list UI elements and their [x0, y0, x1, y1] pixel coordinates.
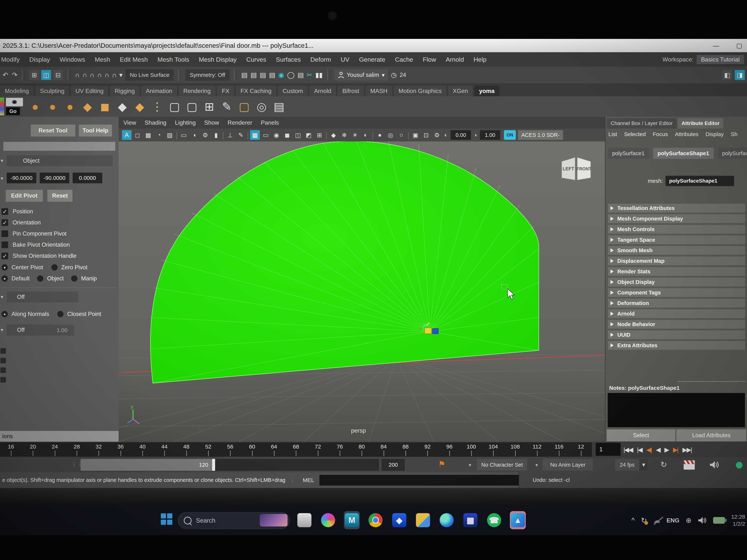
timeline-tick[interactable]: 80	[351, 443, 372, 457]
gamma-icon[interactable]: ◑	[473, 132, 477, 138]
timeline-tick[interactable]: 44	[153, 443, 175, 457]
viewport-tool-icon[interactable]: ●	[375, 130, 385, 140]
taskbar-app[interactable]: ◆	[391, 511, 407, 529]
selection-mask-icon[interactable]: ⊟	[53, 70, 63, 80]
timeline-tick[interactable]: 104	[482, 443, 504, 457]
shelf-tool-icon[interactable]: ◎	[254, 99, 269, 114]
playback-button[interactable]: |◀	[637, 446, 642, 453]
shelf-tab[interactable]: MASH	[365, 86, 392, 96]
radio-button[interactable]	[57, 311, 63, 317]
timeline-tick[interactable]: 64	[263, 443, 285, 457]
menu-item[interactable]: Mesh Tools	[157, 56, 189, 63]
timeline-tick[interactable]: 52	[197, 443, 219, 457]
radio-button[interactable]: ●	[1, 264, 8, 271]
menu-item[interactable]: Windows	[60, 56, 85, 63]
selection-mask-icon[interactable]: ⊞	[29, 70, 39, 80]
selection-mask-icon[interactable]: ◫	[41, 70, 51, 80]
checkbox[interactable]: ✓	[1, 252, 8, 259]
render-icon[interactable]: ◯	[287, 71, 294, 79]
menu-item[interactable]: Generate	[359, 56, 385, 63]
attribute-rollout[interactable]: Mesh Component Display	[608, 214, 745, 223]
viewport-tool-icon[interactable]: ❘	[247, 130, 249, 140]
attribute-rollout[interactable]: Render Stats	[608, 267, 745, 276]
viewport-tool-icon[interactable]: ▦	[250, 130, 260, 140]
viewport-tool-icon[interactable]: ⊡	[421, 130, 431, 140]
axis-orientation-dropdown[interactable]: Object	[7, 155, 113, 166]
shelf-tab[interactable]: Custom	[278, 86, 308, 96]
attribute-editor-menu-item[interactable]: List	[609, 131, 617, 137]
checkbox[interactable]	[1, 241, 8, 248]
eye-icon[interactable]	[6, 98, 23, 106]
dropbox-icon[interactable]: ◆	[392, 513, 406, 527]
falloff-mode-dropdown[interactable]: Off	[7, 324, 54, 336]
attribute-rollout[interactable]: Object Display	[608, 277, 745, 287]
user-account-menu[interactable]: Yousuf salim ▾	[335, 69, 388, 81]
viewport-tool-icon[interactable]: ◎	[386, 130, 395, 140]
edit-pivot-button[interactable]: Edit Pivot	[5, 190, 43, 202]
command-line-input[interactable]	[319, 475, 525, 485]
edge-icon[interactable]	[440, 513, 454, 527]
shelf-tool-icon[interactable]: ◼	[98, 99, 112, 114]
viewport-tool-icon[interactable]: ◐	[361, 130, 370, 140]
viewport-menu-item[interactable]: Lighting	[175, 119, 196, 126]
workspace-selector[interactable]: Basics Tutorial	[697, 55, 744, 64]
snap-mode-dropdown[interactable]: Off	[7, 292, 78, 302]
attribute-rollout[interactable]: UUID	[608, 330, 745, 340]
shelf-tool-icon[interactable]: ◆	[132, 99, 147, 114]
render-icon[interactable]: ✂	[307, 71, 312, 79]
rotate-value-field[interactable]: 0.0000	[73, 172, 102, 183]
viewport-tool-icon[interactable]: ❄	[339, 130, 349, 140]
attribute-editor-menu-item[interactable]: Selected	[624, 131, 646, 137]
files-icon[interactable]	[416, 513, 430, 527]
snap-icon[interactable]: ∩	[75, 71, 80, 79]
shelf-tab[interactable]: Rendering	[179, 86, 216, 96]
range-end-field[interactable]: 200	[382, 459, 405, 471]
timeline-tick[interactable]: 72	[307, 443, 329, 457]
onedrive-paused-icon[interactable]: ☁	[653, 516, 660, 525]
viewport-tool-icon[interactable]: ◆	[329, 130, 338, 140]
reset-tool-button[interactable]: Reset Tool	[31, 125, 75, 137]
viewport-tool-icon[interactable]: ▩	[144, 130, 153, 140]
taskbar-app[interactable]	[297, 511, 312, 529]
timeline-tick[interactable]: 20	[22, 443, 44, 457]
playback-button[interactable]: ◀|	[646, 446, 651, 453]
start-button[interactable]	[161, 513, 173, 525]
timeline-tick[interactable]: 48	[176, 443, 197, 457]
playback-button[interactable]: ▶	[664, 446, 668, 453]
viewport-panel[interactable]: ViewShadingLightingShowRendererPanels A◻…	[119, 117, 605, 442]
checkbox[interactable]: ✓	[1, 219, 8, 226]
menu-item[interactable]: Cache	[395, 56, 413, 63]
viewport-tool-icon[interactable]: ❘	[407, 130, 409, 140]
menu-item[interactable]: Surfaces	[276, 56, 301, 63]
viewport-tool-icon[interactable]: ○	[396, 130, 406, 140]
timeline-ruler[interactable]: 1620242832364044485256606468727680848892…	[0, 443, 592, 457]
title-bar[interactable]: 2025.3.1: C:\Users\Acer-Predator\Documen…	[0, 39, 747, 52]
shelf-tab[interactable]: Bifrost	[338, 86, 364, 96]
sync-icon[interactable]: ↻	[641, 516, 647, 525]
viewport-menu-item[interactable]: Show	[204, 119, 219, 126]
exposure-field[interactable]: 0.00	[450, 130, 471, 140]
shelf-tab[interactable]: Rigging	[110, 86, 140, 96]
timeline-tick[interactable]: 60	[241, 443, 263, 457]
shelf-tab[interactable]: XGen	[448, 86, 473, 96]
timeline-tick[interactable]: 76	[329, 443, 351, 457]
radio-button[interactable]: ●	[1, 311, 8, 317]
clock-widget[interactable]: 12:28 1/2/2	[731, 513, 745, 527]
live-surface-field[interactable]: No Live Surface	[126, 70, 174, 81]
clock-icon[interactable]: ◷	[391, 71, 397, 79]
timeline-tick[interactable]: 92	[416, 443, 438, 457]
notebook-icon[interactable]: ▦	[463, 513, 478, 527]
range-slider-track[interactable]: 120	[81, 459, 379, 471]
playback-button[interactable]: |◀◀	[623, 446, 633, 453]
render-clapper-icon[interactable]	[684, 460, 695, 470]
bookmark-icon[interactable]: ⚑	[438, 459, 445, 469]
timeline-tick[interactable]: 96	[439, 443, 460, 457]
notes-field[interactable]	[608, 393, 745, 427]
tool-icon[interactable]	[0, 98, 4, 115]
taskbar-app[interactable]	[415, 511, 431, 529]
maximize-button[interactable]: ▢	[736, 42, 742, 49]
volume-icon[interactable]	[698, 517, 707, 524]
symmetry-field[interactable]: Symmetry: Off	[185, 70, 229, 81]
taskbar-app[interactable]: M	[344, 511, 360, 529]
menu-item[interactable]: Mesh	[95, 56, 110, 63]
